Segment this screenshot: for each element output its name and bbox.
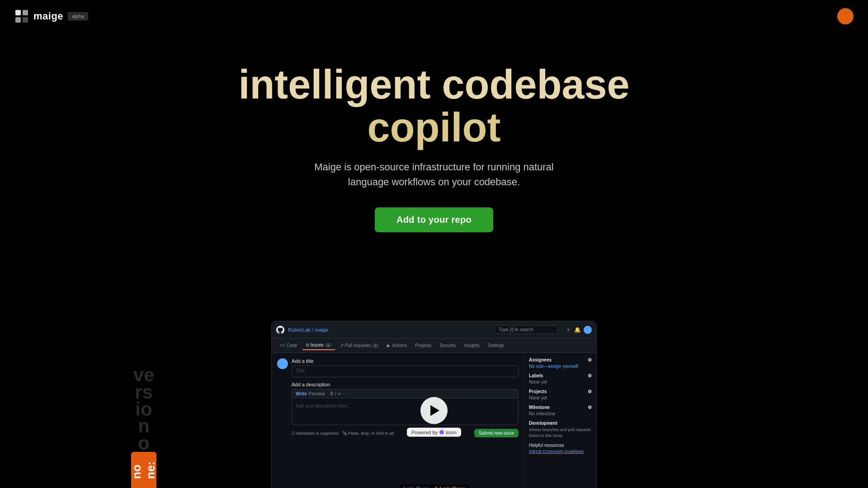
gh-issue-avatar [277, 358, 288, 369]
gh-projects-value: None yet [529, 395, 592, 400]
timer1: 1 min 48 sec [403, 486, 429, 488]
hero-title: intelligent codebase copilot [238, 63, 629, 149]
gh-labels-label: Labels ⚙ [529, 373, 592, 378]
powered-by-text: Powered by [411, 430, 438, 435]
gh-preview-tab[interactable]: Preview [309, 391, 325, 396]
logo-text: maige [33, 10, 63, 22]
svg-rect-2 [15, 17, 21, 23]
gh-tab-code[interactable]: <> Code [276, 341, 301, 350]
gh-sidebar-projects: Projects ⚙ None yet [529, 389, 592, 400]
gh-breadcrumb-text: RubricLab / maige [288, 327, 328, 333]
lightning-icon: ⚡ [433, 486, 438, 488]
gh-tabs: <> Code ⊙ Issues 1 ↗ Pull requests 1 ▶ A… [272, 338, 596, 353]
gh-milestone-gear-icon[interactable]: ⚙ [588, 405, 592, 410]
gh-projects-gear-icon[interactable]: ⚙ [588, 389, 592, 394]
gh-user-avatar[interactable] [584, 326, 592, 334]
github-logo-icon [276, 326, 284, 334]
gh-projects-label: Projects ⚙ [529, 389, 592, 394]
gh-markdown-note: ☑ Markdown is supported [292, 431, 339, 436]
powered-by-badge: Powered by loom [407, 428, 461, 437]
timer2-value: 1 min 30 sec [439, 486, 465, 488]
loom-icon [439, 430, 444, 435]
gh-assignees-value: No one—assign yourself [529, 364, 592, 369]
play-button[interactable] [420, 397, 448, 424]
gh-main: Add a title Title Add a description Writ… [272, 353, 524, 488]
gh-tab-security[interactable]: Security [436, 341, 459, 350]
video-overlay: Powered by loom [407, 397, 461, 437]
gh-add-description-label: Add a description [292, 382, 519, 387]
timer2-fast: ⚡ 1 min 30 sec [433, 486, 465, 488]
gh-title-placeholder: Title [296, 368, 305, 373]
timer-bars: 1 min 48 sec ⚡ 1 min 30 sec [399, 484, 469, 488]
svg-rect-0 [15, 10, 21, 15]
version-text: versiono [133, 366, 155, 452]
gh-tab-settings[interactable]: Settings [484, 341, 508, 350]
gh-milestone-label: Milestone ⚙ [529, 405, 592, 410]
gh-labels-gear-icon[interactable]: ⚙ [588, 373, 592, 378]
gh-format-more[interactable]: ≡ ⋯ [338, 391, 347, 396]
gh-community-guidelines-link[interactable]: GitHub Community Guidelines [529, 449, 584, 454]
gh-sidebar-helpful: Helpful resources GitHub Community Guide… [529, 443, 592, 454]
svg-rect-1 [23, 10, 28, 15]
hero-title-line1: intelligent codebase [238, 62, 629, 107]
navbar: maige alpha [0, 0, 868, 33]
logo-icon [14, 9, 29, 23]
gh-editor-placeholder: Add your description here... [296, 404, 351, 408]
demo-screenshot: RubricLab / maige Type [/] to search ＋ 🔔… [271, 321, 597, 488]
play-icon [430, 405, 439, 416]
gh-development-label: Development [529, 421, 592, 426]
gh-sidebar-milestone: Milestone ⚙ No milestone [529, 405, 592, 416]
logo-area: maige alpha [14, 9, 88, 23]
gh-format-bold[interactable]: B [330, 391, 333, 396]
gh-development-text: Shows branches and pull requests linked … [529, 427, 592, 438]
pr-icon: ↗ [340, 343, 344, 348]
gh-add-title-label: Add a title [292, 358, 519, 364]
gh-editor-toolbar: Write Preview B I ≡ ⋯ [292, 389, 519, 398]
gh-search-box[interactable]: Type [/] to search [495, 325, 558, 334]
alpha-badge: alpha [68, 12, 88, 20]
gh-write-tab[interactable]: Write [296, 391, 307, 396]
gh-tab-pullrequests[interactable]: ↗ Pull requests 1 [336, 341, 383, 350]
svg-rect-3 [23, 17, 28, 23]
hero-title-line2: copilot [368, 105, 501, 150]
notifications-icon[interactable]: 🔔 [574, 327, 581, 333]
plus-icon[interactable]: ＋ [565, 326, 571, 334]
github-mock: RubricLab / maige Type [/] to search ＋ 🔔… [272, 321, 596, 488]
version-orange-block: none: [131, 452, 156, 488]
gh-description-section: Add a description Write Preview B I ≡ ⋯ … [292, 382, 519, 439]
gh-sidebar-labels: Labels ⚙ None yet [529, 373, 592, 385]
gh-bottom-bar: ☑ Markdown is supported 📎 Paste, drop, o… [292, 427, 519, 439]
gh-paste-note: 📎 Paste, drop, or click to ad [342, 431, 394, 436]
gh-submit-issue-button[interactable]: Submit new issue [474, 429, 519, 437]
gh-sidebar-development: Development Shows branches and pull requ… [529, 421, 592, 438]
gh-title-input[interactable]: Title [292, 366, 519, 377]
add-to-repo-button[interactable]: Add to your repo [375, 207, 493, 232]
actions-icon: ▶ [387, 343, 391, 348]
gh-tab-actions[interactable]: ▶ Actions [383, 341, 410, 350]
gh-editor[interactable]: Add your description here... [292, 398, 519, 425]
hero-section: intelligent codebase copilot Maige is op… [0, 0, 868, 232]
gh-assignees-gear-icon[interactable]: ⚙ [588, 357, 592, 362]
gh-tab-projects[interactable]: Projects [411, 341, 435, 350]
gh-breadcrumb: RubricLab / maige [288, 327, 328, 333]
gh-tab-insights[interactable]: Insights [460, 341, 483, 350]
code-icon: <> [280, 343, 285, 348]
avatar[interactable] [837, 8, 854, 24]
gh-format-italic[interactable]: I [335, 391, 336, 396]
gh-sidebar-assignees: Assignees ⚙ No one—assign yourself [529, 357, 592, 369]
gh-milestone-value: No milestone [529, 411, 592, 416]
loom-label: loom [446, 430, 457, 435]
gh-tab-issues[interactable]: ⊙ Issues 1 [302, 341, 335, 350]
gh-labels-value: None yet [529, 380, 592, 385]
gh-helpful-label: Helpful resources [529, 443, 592, 448]
gh-topbar: RubricLab / maige Type [/] to search ＋ 🔔 [272, 321, 596, 338]
version-ribbon: versiono none: [131, 366, 156, 488]
hero-subtitle: Maige is open-source infrastructure for … [294, 160, 574, 189]
gh-issue-title-section: Add a title Title [277, 358, 519, 377]
gh-sidebar: Assignees ⚙ No one—assign yourself Label… [524, 353, 596, 488]
gh-assignees-label: Assignees ⚙ [529, 357, 592, 362]
version-orange-text: none: [130, 461, 158, 479]
issue-icon: ⊙ [306, 343, 309, 347]
gh-search-text: Type [/] to search [499, 327, 533, 332]
